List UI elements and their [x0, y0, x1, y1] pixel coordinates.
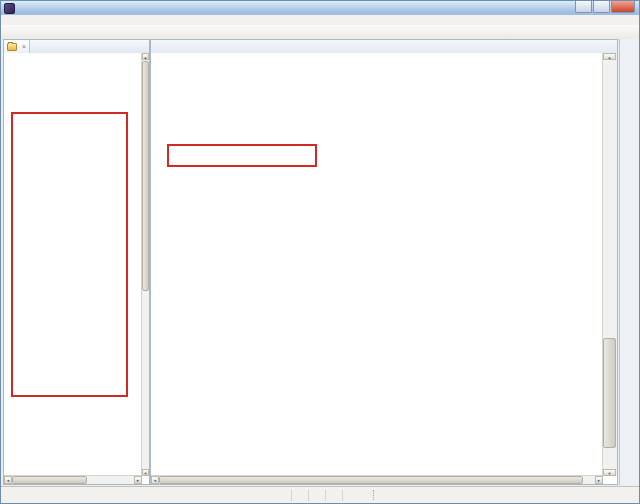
- editor-vertical-scrollbar[interactable]: ▲ ▼: [602, 53, 617, 476]
- title-bar[interactable]: [1, 1, 639, 16]
- scroll-right-icon[interactable]: ►: [134, 476, 142, 484]
- editor-horizontal-scrollbar[interactable]: ◄ ►: [151, 475, 603, 484]
- application-window: × ▲ ▼ ◄ ► ▲: [0, 0, 640, 504]
- scroll-up-icon[interactable]: ▲: [142, 53, 149, 60]
- annotation-box-project-files: [11, 112, 128, 397]
- code-editor[interactable]: [151, 53, 603, 476]
- progress-area-divider: [373, 490, 377, 500]
- editor-tab-bar: [151, 40, 617, 54]
- editor-area: ▲ ▼ ◄ ►: [150, 39, 618, 485]
- tab-project-explorer[interactable]: ×: [4, 40, 30, 53]
- app-icon: [4, 3, 15, 14]
- scroll-thumb[interactable]: [159, 476, 583, 484]
- project-explorer-header: ×: [4, 40, 149, 54]
- scroll-thumb[interactable]: [142, 61, 149, 291]
- scroll-down-icon[interactable]: ▼: [142, 469, 149, 476]
- project-explorer-icon: [7, 43, 17, 51]
- insert-mode-status: [309, 490, 326, 501]
- scroll-thumb[interactable]: [603, 338, 616, 448]
- minimized-views-strip: [619, 39, 639, 485]
- scroll-left-icon[interactable]: ◄: [151, 476, 159, 484]
- annotation-box-code-lines: [167, 144, 317, 167]
- project-tree-horizontal-scrollbar[interactable]: ◄ ►: [4, 475, 142, 484]
- scroll-up-icon[interactable]: ▲: [603, 53, 616, 60]
- minimize-window-button[interactable]: [575, 1, 592, 13]
- scroll-right-icon[interactable]: ►: [595, 476, 603, 484]
- main-toolbar: [1, 25, 639, 40]
- maximize-window-button[interactable]: [593, 1, 610, 13]
- scroll-left-icon[interactable]: ◄: [4, 476, 12, 484]
- close-window-button[interactable]: [611, 1, 635, 13]
- scroll-down-icon[interactable]: ▼: [603, 469, 616, 476]
- cursor-position-status: [326, 490, 343, 501]
- status-bar: [1, 486, 639, 503]
- project-tree-vertical-scrollbar[interactable]: ▲ ▼: [141, 53, 149, 476]
- writable-status: [291, 490, 309, 501]
- close-view-icon[interactable]: ×: [22, 43, 26, 50]
- scroll-thumb[interactable]: [12, 476, 87, 484]
